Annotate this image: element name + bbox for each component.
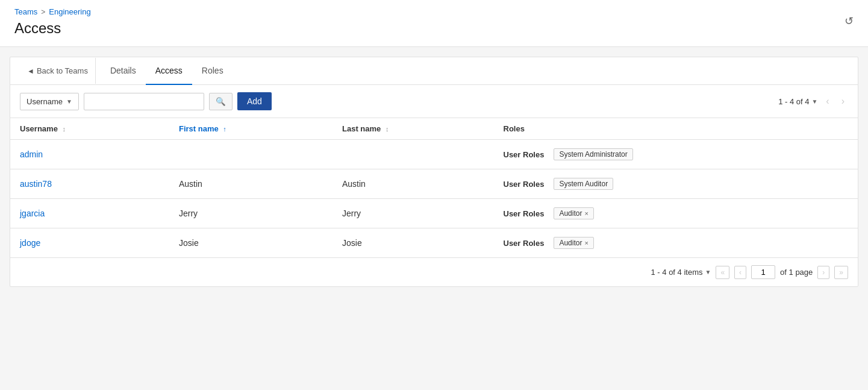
search-button[interactable]: 🔍	[209, 93, 233, 110]
pagination-top: 1 - 4 of 4 ▼ ‹ ›	[778, 95, 848, 108]
col-roles: Roles	[494, 118, 858, 140]
role-tag-remove-button[interactable]: ×	[584, 239, 588, 247]
role-tag-label: System Administrator	[559, 150, 627, 159]
role-tag-label: Auditor	[559, 209, 582, 218]
tab-details[interactable]: Details	[101, 57, 146, 85]
role-tag-remove-button[interactable]: ×	[584, 210, 588, 217]
page-count-select[interactable]: 1 - 4 of 4 ▼	[778, 97, 817, 106]
username-link[interactable]: admin	[20, 149, 43, 159]
table-row: adminUser RolesSystem Administrator	[10, 140, 858, 169]
cell-lastname: Jerry	[333, 199, 494, 228]
lastname-sort-icon[interactable]: ↕	[386, 125, 389, 133]
breadcrumb-teams[interactable]: Teams	[14, 7, 37, 16]
user-roles-label: User Roles	[504, 239, 545, 248]
back-to-teams-label: Back to Teams	[37, 66, 88, 75]
cell-roles: User RolesSystem Administrator	[494, 140, 858, 169]
role-tag-label: System Auditor	[559, 180, 608, 188]
username-link[interactable]: jdoge	[20, 238, 40, 248]
of-page-label: of 1 page	[780, 268, 813, 277]
col-firstname: First name ↑	[169, 118, 333, 140]
users-table: Username ↕ First name ↑ Last name ↕ Role…	[10, 118, 858, 257]
cell-lastname: Austin	[333, 169, 494, 199]
prev-page-footer-button[interactable]: ‹	[734, 266, 746, 279]
user-roles-label: User Roles	[504, 180, 545, 189]
cell-username: jgarcia	[10, 199, 169, 228]
tab-roles[interactable]: Roles	[192, 57, 233, 85]
breadcrumb-sep: >	[41, 8, 45, 16]
cell-firstname: Josie	[169, 228, 333, 258]
items-per-page-chevron-icon: ▼	[705, 269, 711, 275]
page-number-input[interactable]	[751, 265, 775, 279]
filter-dropdown[interactable]: Username ▼	[20, 93, 79, 110]
table-footer: 1 - 4 of 4 items ▼ « ‹ of 1 page › »	[10, 257, 858, 286]
username-link[interactable]: jgarcia	[20, 209, 45, 218]
breadcrumb: Teams > Engineering	[14, 7, 854, 16]
cell-roles: User RolesAuditor×	[494, 228, 858, 258]
items-per-page-select[interactable]: 1 - 4 of 4 items ▼	[651, 268, 711, 277]
cell-firstname: Jerry	[169, 199, 333, 228]
toolbar: Username ▼ 🔍 Add 1 - 4 of 4 ▼ ‹ ›	[10, 85, 858, 118]
search-icon: 🔍	[216, 97, 226, 106]
cell-roles: User RolesAuditor×	[494, 199, 858, 228]
cell-username: admin	[10, 140, 169, 169]
cell-firstname	[169, 140, 333, 169]
back-to-teams-tab[interactable]: ◄ Back to Teams	[20, 58, 96, 84]
cell-roles: User RolesSystem Auditor	[494, 169, 858, 199]
filter-chevron-icon: ▼	[66, 98, 72, 105]
user-roles-label: User Roles	[504, 209, 545, 218]
tab-access[interactable]: Access	[146, 57, 192, 85]
role-tag: System Auditor	[554, 178, 613, 190]
role-tag: Auditor×	[554, 237, 593, 249]
next-page-footer-button[interactable]: ›	[817, 266, 829, 279]
back-arrow-icon: ◄	[27, 67, 34, 75]
table-row: austin78AustinAustinUser RolesSystem Aud…	[10, 169, 858, 199]
cell-lastname: Josie	[333, 228, 494, 258]
search-input[interactable]	[84, 93, 204, 110]
pagination-chevron-icon: ▼	[811, 98, 817, 105]
first-page-button[interactable]: «	[716, 266, 729, 279]
col-username: Username ↕	[10, 118, 169, 140]
cell-firstname: Austin	[169, 169, 333, 199]
role-tag-label: Auditor	[559, 239, 582, 247]
table-row: jgarciaJerryJerryUser RolesAuditor×	[10, 199, 858, 228]
history-icon[interactable]: ↺	[845, 15, 854, 27]
username-link[interactable]: austin78	[20, 179, 52, 189]
add-button[interactable]: Add	[237, 92, 272, 110]
table-row: jdogeJosieJosieUser RolesAuditor×	[10, 228, 858, 258]
cell-username: austin78	[10, 169, 169, 199]
user-roles-label: User Roles	[504, 150, 545, 159]
page-title: Access	[14, 20, 854, 37]
filter-label: Username	[27, 97, 63, 106]
col-lastname: Last name ↕	[333, 118, 494, 140]
cell-username: jdoge	[10, 228, 169, 258]
role-tag: System Administrator	[554, 148, 632, 160]
prev-page-button[interactable]: ‹	[822, 95, 832, 108]
firstname-sort-icon[interactable]: ↑	[223, 125, 226, 133]
cell-lastname	[333, 140, 494, 169]
last-page-button[interactable]: »	[834, 266, 848, 279]
breadcrumb-engineering[interactable]: Engineering	[49, 7, 90, 16]
tab-bar: ◄ Back to Teams Details Access Roles	[10, 57, 858, 85]
next-page-button[interactable]: ›	[838, 95, 848, 108]
role-tag: Auditor×	[554, 207, 593, 219]
username-sort-icon[interactable]: ↕	[63, 125, 66, 133]
pagination-label: 1 - 4 of 4	[778, 97, 809, 106]
items-summary: 1 - 4 of 4 items	[651, 268, 703, 277]
